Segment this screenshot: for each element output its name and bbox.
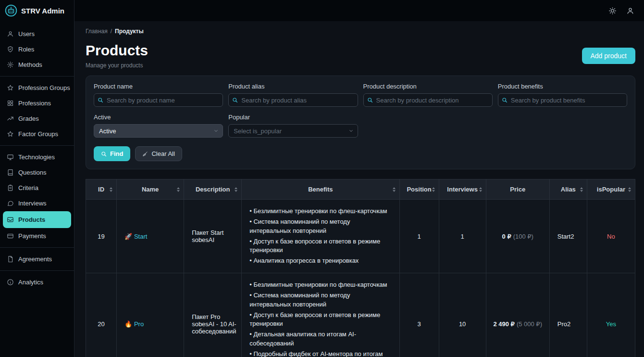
cell-benefits: • Безлимитные тренировки по флеш-карточк… — [242, 273, 399, 357]
sidebar-item-grades[interactable]: Grades — [3, 111, 71, 126]
column-header-ispopular[interactable]: isPopular — [587, 179, 635, 200]
cell-ispopular: No — [587, 200, 635, 273]
sidebar-item-profession-groups[interactable]: Profession Groups — [3, 80, 71, 95]
sidebar-item-label: Methods — [18, 61, 42, 68]
column-header-position[interactable]: Position — [399, 179, 439, 200]
filter-field-product-name: Product name — [94, 83, 223, 107]
sidebar-item-criteria[interactable]: Criteria — [3, 180, 71, 195]
product-name-input[interactable] — [94, 93, 223, 107]
sidebar-item-technologies[interactable]: Technologies — [3, 150, 71, 165]
sidebar-item-users[interactable]: Users — [3, 26, 71, 41]
cell-description: Пакет Start sobesAI — [184, 200, 242, 273]
logo-row: STRV Admin — [0, 0, 74, 21]
column-header-description[interactable]: Description — [184, 179, 242, 200]
breadcrumb: Главная / Продукты — [86, 28, 635, 35]
monitor-icon — [7, 153, 14, 161]
benefit-item: • Детальная аналитика по итогам AI-собес… — [249, 330, 391, 348]
table-row: 19🚀 StartПакет Start sobesAI• Безлимитны… — [86, 200, 635, 273]
column-header-price: Price — [486, 179, 549, 200]
roles-icon — [7, 46, 14, 53]
sort-icon[interactable] — [432, 187, 435, 192]
sidebar-divider — [0, 270, 74, 271]
cell-position: 3 — [399, 273, 439, 357]
products-table-wrap: IDNameDescriptionBenefitsPositionIntervi… — [86, 179, 635, 357]
product-description-input[interactable] — [363, 93, 493, 107]
benefit-item: • Безлимитные тренировки по флеш-карточк… — [249, 207, 391, 216]
sidebar: STRV Admin UsersRolesMethodsProfession G… — [0, 0, 74, 357]
app-title: STRV Admin — [21, 7, 64, 15]
column-label: isPopular — [597, 186, 625, 193]
sort-icon[interactable] — [580, 187, 583, 192]
sort-icon[interactable] — [628, 187, 631, 192]
sort-icon[interactable] — [479, 187, 482, 192]
products-table: IDNameDescriptionBenefitsPositionIntervi… — [86, 179, 635, 357]
sidebar-item-label: Roles — [18, 46, 34, 53]
sidebar-item-label: Criteria — [18, 184, 38, 191]
column-label: ID — [98, 186, 104, 193]
sidebar-item-analytics[interactable]: Analytics — [3, 275, 71, 290]
sort-icon[interactable] — [235, 187, 237, 192]
users-icon — [7, 30, 14, 38]
sidebar-item-payments[interactable]: Payments — [3, 229, 71, 243]
topbar — [74, 0, 644, 21]
cell-id: 19 — [86, 200, 117, 273]
sidebar-item-methods[interactable]: Methods — [3, 57, 71, 72]
sort-icon[interactable] — [393, 187, 396, 192]
benefit-item: • Система напоминаний по методу интервал… — [249, 217, 391, 236]
sidebar-item-label: Users — [18, 30, 35, 38]
sidebar-item-label: Interviews — [18, 200, 47, 207]
product-name-link[interactable]: 🔥 Pro — [124, 320, 144, 328]
star-icon — [7, 84, 14, 91]
breadcrumb-separator: / — [111, 28, 112, 35]
table-header: IDNameDescriptionBenefitsPositionIntervi… — [86, 179, 635, 200]
column-header-alias[interactable]: Alias — [549, 179, 587, 200]
sidebar-item-questions[interactable]: Questions — [3, 165, 71, 180]
sidebar-item-professions[interactable]: Professions — [3, 96, 71, 111]
clear-all-button[interactable]: Clear All — [135, 146, 182, 161]
theme-icon[interactable] — [608, 7, 617, 15]
field-label: Product alias — [228, 83, 358, 90]
sort-icon[interactable] — [110, 187, 112, 192]
breadcrumb-home[interactable]: Главная — [86, 28, 108, 35]
sidebar-item-interviews[interactable]: Interviews — [3, 196, 71, 211]
column-header-benefits[interactable]: Benefits — [242, 179, 399, 200]
column-label: Price — [510, 186, 525, 193]
cell-ispopular: Yes — [587, 273, 635, 357]
inbox-icon — [7, 216, 14, 223]
sidebar-item-label: Professions — [18, 100, 51, 107]
add-product-button[interactable]: Add product — [582, 48, 636, 64]
column-header-id[interactable]: ID — [86, 179, 117, 200]
book-icon — [7, 169, 14, 176]
clipboard-icon — [7, 184, 14, 191]
find-button[interactable]: Find — [94, 146, 130, 161]
sort-icon[interactable] — [177, 187, 180, 192]
benefit-item: • Аналитика прогресса в тренировках — [249, 256, 391, 266]
grid-icon — [7, 100, 14, 107]
sidebar-divider — [0, 247, 74, 248]
sidebar-item-roles[interactable]: Roles — [3, 42, 71, 57]
active-select[interactable]: Active — [94, 124, 223, 138]
product-alias-input[interactable] — [228, 93, 358, 107]
sidebar-item-products[interactable]: Products — [3, 211, 71, 228]
table-row: 20🔥 ProПакет Pro sobesAI - 10 AI-собесед… — [86, 273, 635, 357]
cell-price: 2 490 ₽(5 000 ₽) — [486, 273, 549, 357]
column-header-name[interactable]: Name — [117, 179, 184, 200]
filter-select-popular: PopularSelect is_popular — [228, 114, 358, 138]
sidebar-item-label: Payments — [18, 232, 46, 240]
column-label: Benefits — [308, 186, 333, 193]
user-icon[interactable] — [626, 7, 634, 15]
find-button-label: Find — [110, 150, 123, 157]
field-label: Product name — [94, 83, 223, 90]
column-header-interviews[interactable]: Interviews — [439, 179, 486, 200]
price-current: 2 490 ₽ — [493, 320, 514, 328]
sidebar-item-factor-groups[interactable]: Factor Groups — [3, 127, 71, 141]
product-name-link[interactable]: 🚀 Start — [124, 233, 147, 240]
popular-select[interactable]: Select is_popular — [228, 124, 358, 138]
sidebar-item-agreements[interactable]: Agreements — [3, 252, 71, 267]
column-label: Name — [142, 186, 159, 193]
input-wrap — [228, 93, 358, 107]
sidebar-divider — [0, 76, 74, 76]
benefit-item: • Доступ к базе вопросов и ответов в реж… — [249, 311, 391, 329]
sidebar-nav: UsersRolesMethodsProfession GroupsProfes… — [0, 21, 74, 290]
product-benefits-input[interactable] — [498, 93, 627, 107]
